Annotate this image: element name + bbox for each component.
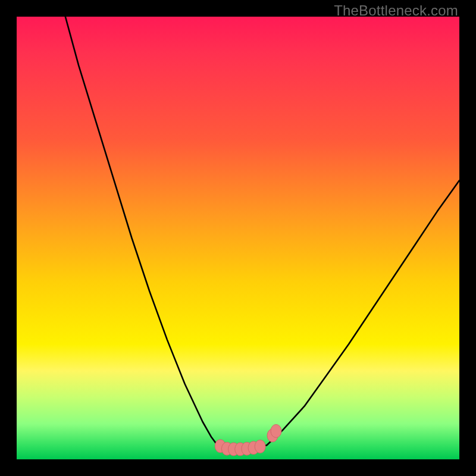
right-marker-cluster: [255, 440, 265, 453]
right-floating-marker: [271, 424, 281, 437]
curve-group: [65, 17, 459, 449]
chart-frame: TheBottleneck.com: [0, 0, 476, 476]
bottleneck-curve: [65, 17, 459, 449]
chart-svg: [17, 17, 459, 459]
marker-group: [215, 424, 281, 456]
watermark-text: TheBottleneck.com: [334, 2, 458, 19]
plot-area: [17, 17, 459, 459]
